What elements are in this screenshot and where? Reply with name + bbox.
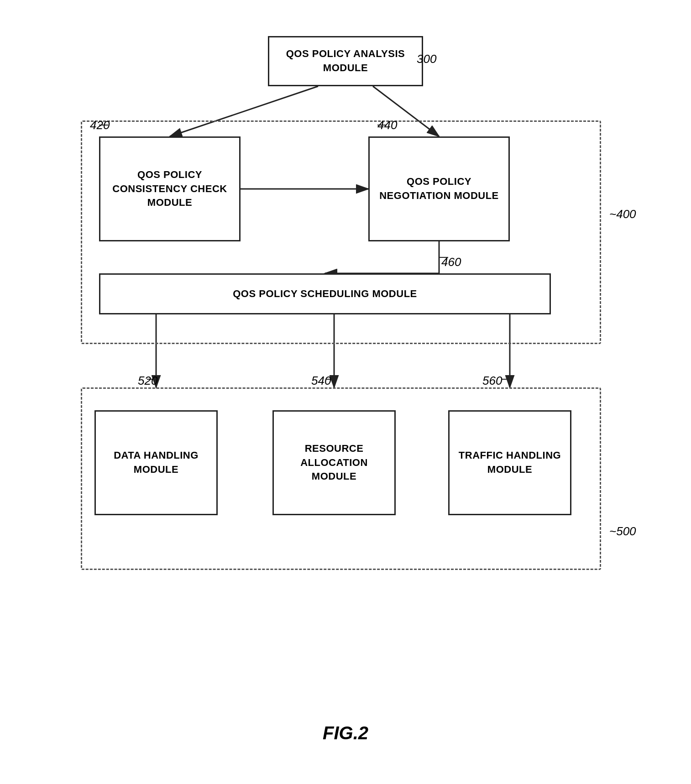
qos-policy-consistency-label: QOS POLICY CONSISTENCY CHECK MODULE [107,168,232,210]
label-460: 460 [441,255,461,269]
qos-policy-scheduling-module: QOS POLICY SCHEDULING MODULE [99,273,551,314]
label-440: 440 [377,118,397,132]
label-500: ~500 [609,524,636,538]
qos-policy-scheduling-label: QOS POLICY SCHEDULING MODULE [233,287,417,301]
qos-policy-consistency-module: QOS POLICY CONSISTENCY CHECK MODULE [99,136,241,241]
qos-policy-negotiation-module: QOS POLICY NEGOTIATION MODULE [368,136,510,241]
label-300: 300 [417,52,436,66]
qos-policy-negotiation-label: QOS POLICY NEGOTIATION MODULE [377,175,502,203]
resource-allocation-module: RESOURCE ALLOCATION MODULE [272,410,396,515]
data-handling-label: DATA HANDLING MODULE [103,449,209,477]
label-540: 540 [311,374,331,388]
label-520: 520 [138,374,157,388]
traffic-handling-module: TRAFFIC HANDLING MODULE [448,410,571,515]
qos-policy-analysis-module: QOS POLICY ANALYSIS MODULE [268,36,423,86]
data-handling-module: DATA HANDLING MODULE [94,410,218,515]
label-400: ~400 [609,207,636,221]
label-560: 560 [482,374,502,388]
resource-allocation-label: RESOURCE ALLOCATION MODULE [281,442,387,484]
qos-policy-analysis-label: QOS POLICY ANALYSIS MODULE [276,47,415,75]
diagram-container: QOS POLICY ANALYSIS MODULE 300 ~400 420 … [49,27,642,757]
figure-label: FIG.2 [323,723,368,743]
label-420: 420 [90,118,110,132]
traffic-handling-label: TRAFFIC HANDLING MODULE [456,449,563,477]
